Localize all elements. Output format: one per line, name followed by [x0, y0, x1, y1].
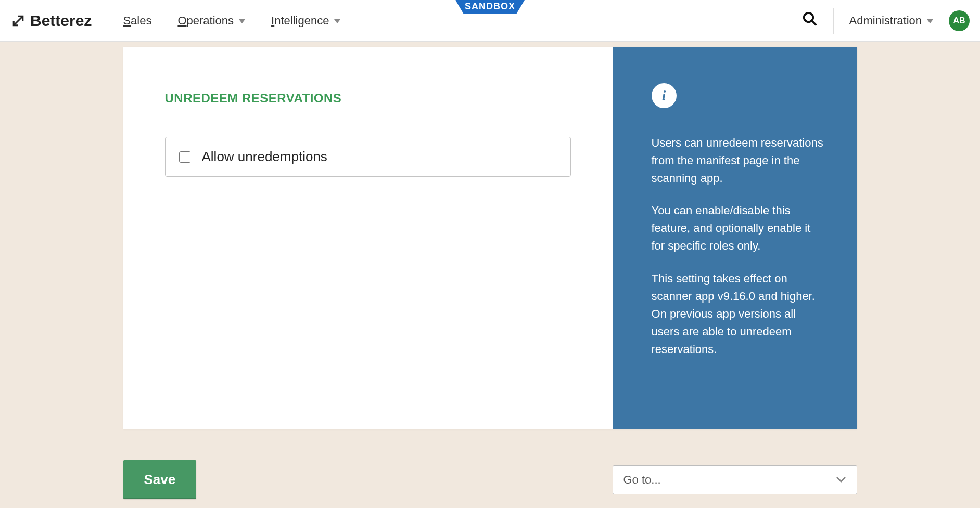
save-button[interactable]: Save	[123, 460, 197, 499]
chevron-down-icon	[239, 19, 245, 23]
allow-unredemptions-label: Allow unredemptions	[202, 149, 327, 165]
nav-operations[interactable]: Operations	[177, 14, 245, 28]
allow-unredemptions-checkbox[interactable]	[179, 151, 190, 163]
goto-select[interactable]: Go to...	[613, 465, 857, 494]
chevron-down-icon	[927, 19, 933, 23]
svg-point-0	[804, 13, 813, 22]
chevron-down-icon	[836, 474, 846, 486]
divider	[833, 8, 834, 34]
chevron-down-icon	[334, 19, 340, 23]
nav-administration-label: Administration	[849, 14, 922, 28]
svg-line-1	[811, 21, 816, 25]
info-paragraph-2: You can enable/disable this feature, and…	[652, 202, 826, 255]
avatar[interactable]: AB	[949, 10, 970, 31]
search-button[interactable]	[802, 11, 818, 30]
nav-intelligence-label: Intelligence	[271, 14, 329, 28]
bottom-bar: Save Go to...	[123, 460, 857, 499]
content-area: UNREDEEM RESERVATIONS Allow unredemption…	[0, 42, 980, 499]
logo[interactable]: Betterez	[10, 12, 92, 30]
logo-text: Betterez	[30, 12, 92, 30]
logo-icon	[10, 13, 26, 29]
info-paragraph-3: This setting takes effect on scanner app…	[652, 270, 826, 358]
nav-sales-label: Sales	[123, 14, 151, 28]
info-icon: i	[652, 83, 677, 108]
search-icon	[802, 11, 818, 27]
section-title: UNREDEEM RESERVATIONS	[165, 91, 571, 106]
allow-unredemptions-field[interactable]: Allow unredemptions	[165, 137, 571, 177]
card-main: UNREDEEM RESERVATIONS Allow unredemption…	[123, 47, 613, 429]
settings-card: UNREDEEM RESERVATIONS Allow unredemption…	[123, 47, 857, 429]
info-text: Users can unredeem reservations from the…	[652, 134, 826, 358]
nav-operations-label: Operations	[177, 14, 234, 28]
nav-administration[interactable]: Administration	[849, 14, 933, 28]
info-paragraph-1: Users can unredeem reservations from the…	[652, 134, 826, 187]
nav-links: Sales Operations Intelligence	[123, 14, 340, 28]
top-navbar: Betterez Sales Operations Intelligence S…	[0, 0, 980, 42]
info-panel: i Users can unredeem reservations from t…	[613, 47, 857, 429]
goto-select-label: Go to...	[623, 473, 661, 487]
nav-intelligence[interactable]: Intelligence	[271, 14, 340, 28]
sandbox-badge: SANDBOX	[455, 0, 525, 14]
topbar-right: Administration AB	[802, 8, 970, 34]
content-inner: UNREDEEM RESERVATIONS Allow unredemption…	[123, 47, 857, 499]
nav-sales[interactable]: Sales	[123, 14, 151, 28]
